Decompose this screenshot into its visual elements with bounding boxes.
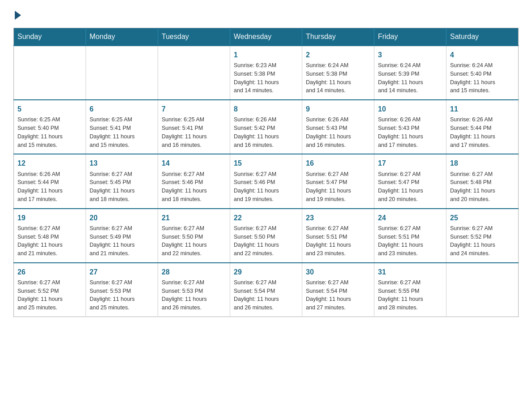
table-row: 29Sunrise: 6:27 AMSunset: 5:54 PMDayligh… bbox=[230, 263, 302, 317]
day-number: 30 bbox=[306, 267, 370, 277]
calendar-header-tuesday: Tuesday bbox=[158, 28, 230, 46]
day-number: 14 bbox=[162, 158, 226, 168]
table-row: 22Sunrise: 6:27 AMSunset: 5:50 PMDayligh… bbox=[230, 209, 302, 263]
day-number: 28 bbox=[162, 267, 226, 277]
table-row bbox=[446, 263, 519, 317]
table-row: 14Sunrise: 6:27 AMSunset: 5:46 PMDayligh… bbox=[158, 154, 230, 208]
table-row: 8Sunrise: 6:26 AMSunset: 5:42 PMDaylight… bbox=[230, 100, 302, 154]
day-number: 1 bbox=[234, 50, 298, 60]
table-row: 21Sunrise: 6:27 AMSunset: 5:50 PMDayligh… bbox=[158, 209, 230, 263]
table-row: 18Sunrise: 6:27 AMSunset: 5:48 PMDayligh… bbox=[446, 154, 519, 208]
table-row: 26Sunrise: 6:27 AMSunset: 5:52 PMDayligh… bbox=[14, 263, 86, 317]
day-info: Sunrise: 6:25 AMSunset: 5:41 PMDaylight:… bbox=[90, 116, 154, 149]
table-row: 1Sunrise: 6:23 AMSunset: 5:38 PMDaylight… bbox=[230, 46, 302, 100]
day-info: Sunrise: 6:27 AMSunset: 5:48 PMDaylight:… bbox=[450, 170, 515, 204]
day-info: Sunrise: 6:27 AMSunset: 5:55 PMDaylight:… bbox=[378, 278, 442, 312]
day-number: 7 bbox=[162, 104, 226, 114]
day-info: Sunrise: 6:27 AMSunset: 5:47 PMDaylight:… bbox=[378, 170, 442, 204]
calendar-header-friday: Friday bbox=[374, 28, 446, 46]
calendar-header-wednesday: Wednesday bbox=[230, 28, 302, 46]
calendar-header-thursday: Thursday bbox=[302, 28, 374, 46]
day-number: 26 bbox=[17, 267, 82, 277]
day-info: Sunrise: 6:27 AMSunset: 5:52 PMDaylight:… bbox=[450, 224, 515, 258]
day-info: Sunrise: 6:23 AMSunset: 5:38 PMDaylight:… bbox=[234, 61, 298, 95]
table-row: 17Sunrise: 6:27 AMSunset: 5:47 PMDayligh… bbox=[374, 154, 446, 208]
day-info: Sunrise: 6:26 AMSunset: 5:43 PMDaylight:… bbox=[306, 116, 370, 149]
day-info: Sunrise: 6:27 AMSunset: 5:51 PMDaylight:… bbox=[378, 224, 442, 258]
table-row: 16Sunrise: 6:27 AMSunset: 5:47 PMDayligh… bbox=[302, 154, 374, 208]
table-row: 30Sunrise: 6:27 AMSunset: 5:54 PMDayligh… bbox=[302, 263, 374, 317]
table-row: 23Sunrise: 6:27 AMSunset: 5:51 PMDayligh… bbox=[302, 209, 374, 263]
day-info: Sunrise: 6:27 AMSunset: 5:49 PMDaylight:… bbox=[90, 224, 154, 258]
day-number: 17 bbox=[378, 158, 442, 168]
table-row: 9Sunrise: 6:26 AMSunset: 5:43 PMDaylight… bbox=[302, 100, 374, 154]
table-row: 20Sunrise: 6:27 AMSunset: 5:49 PMDayligh… bbox=[86, 209, 158, 263]
table-row: 28Sunrise: 6:27 AMSunset: 5:53 PMDayligh… bbox=[158, 263, 230, 317]
table-row: 11Sunrise: 6:26 AMSunset: 5:44 PMDayligh… bbox=[446, 100, 519, 154]
table-row: 31Sunrise: 6:27 AMSunset: 5:55 PMDayligh… bbox=[374, 263, 446, 317]
day-info: Sunrise: 6:26 AMSunset: 5:43 PMDaylight:… bbox=[378, 116, 442, 149]
day-info: Sunrise: 6:27 AMSunset: 5:48 PMDaylight:… bbox=[17, 224, 82, 258]
day-number: 11 bbox=[450, 104, 515, 114]
table-row: 25Sunrise: 6:27 AMSunset: 5:52 PMDayligh… bbox=[446, 209, 519, 263]
day-number: 9 bbox=[306, 104, 370, 114]
calendar-week-row: 26Sunrise: 6:27 AMSunset: 5:52 PMDayligh… bbox=[14, 263, 519, 317]
day-info: Sunrise: 6:27 AMSunset: 5:47 PMDaylight:… bbox=[306, 170, 370, 204]
day-info: Sunrise: 6:25 AMSunset: 5:40 PMDaylight:… bbox=[17, 116, 82, 149]
day-info: Sunrise: 6:26 AMSunset: 5:44 PMDaylight:… bbox=[450, 116, 515, 149]
table-row: 19Sunrise: 6:27 AMSunset: 5:48 PMDayligh… bbox=[14, 209, 86, 263]
day-number: 8 bbox=[234, 104, 298, 114]
day-info: Sunrise: 6:27 AMSunset: 5:54 PMDaylight:… bbox=[306, 278, 370, 312]
day-info: Sunrise: 6:24 AMSunset: 5:38 PMDaylight:… bbox=[306, 61, 370, 95]
calendar-table: SundayMondayTuesdayWednesdayThursdayFrid… bbox=[13, 28, 519, 317]
day-number: 23 bbox=[306, 213, 370, 223]
table-row: 10Sunrise: 6:26 AMSunset: 5:43 PMDayligh… bbox=[374, 100, 446, 154]
table-row: 12Sunrise: 6:26 AMSunset: 5:44 PMDayligh… bbox=[14, 154, 86, 208]
day-number: 6 bbox=[90, 104, 154, 114]
day-info: Sunrise: 6:27 AMSunset: 5:53 PMDaylight:… bbox=[162, 278, 226, 312]
day-info: Sunrise: 6:27 AMSunset: 5:54 PMDaylight:… bbox=[234, 278, 298, 312]
calendar-header-saturday: Saturday bbox=[446, 28, 519, 46]
day-number: 15 bbox=[234, 158, 298, 168]
day-info: Sunrise: 6:27 AMSunset: 5:45 PMDaylight:… bbox=[90, 170, 154, 204]
day-number: 25 bbox=[450, 213, 515, 223]
day-number: 10 bbox=[378, 104, 442, 114]
day-info: Sunrise: 6:27 AMSunset: 5:53 PMDaylight:… bbox=[90, 278, 154, 312]
calendar-week-row: 1Sunrise: 6:23 AMSunset: 5:38 PMDaylight… bbox=[14, 46, 519, 100]
day-number: 2 bbox=[306, 50, 370, 60]
day-info: Sunrise: 6:25 AMSunset: 5:41 PMDaylight:… bbox=[162, 116, 226, 149]
day-number: 13 bbox=[90, 158, 154, 168]
table-row: 27Sunrise: 6:27 AMSunset: 5:53 PMDayligh… bbox=[86, 263, 158, 317]
table-row: 4Sunrise: 6:24 AMSunset: 5:40 PMDaylight… bbox=[446, 46, 519, 100]
day-info: Sunrise: 6:27 AMSunset: 5:52 PMDaylight:… bbox=[17, 278, 82, 312]
calendar-header-row: SundayMondayTuesdayWednesdayThursdayFrid… bbox=[14, 28, 519, 46]
table-row: 3Sunrise: 6:24 AMSunset: 5:39 PMDaylight… bbox=[374, 46, 446, 100]
day-number: 27 bbox=[90, 267, 154, 277]
logo bbox=[13, 9, 21, 20]
day-info: Sunrise: 6:27 AMSunset: 5:46 PMDaylight:… bbox=[162, 170, 226, 204]
day-info: Sunrise: 6:24 AMSunset: 5:40 PMDaylight:… bbox=[450, 61, 515, 95]
day-number: 12 bbox=[17, 158, 82, 168]
table-row: 13Sunrise: 6:27 AMSunset: 5:45 PMDayligh… bbox=[86, 154, 158, 208]
table-row: 7Sunrise: 6:25 AMSunset: 5:41 PMDaylight… bbox=[158, 100, 230, 154]
table-row: 2Sunrise: 6:24 AMSunset: 5:38 PMDaylight… bbox=[302, 46, 374, 100]
logo-arrow-icon bbox=[15, 11, 21, 20]
day-info: Sunrise: 6:27 AMSunset: 5:50 PMDaylight:… bbox=[234, 224, 298, 258]
calendar-header-sunday: Sunday bbox=[14, 28, 86, 46]
day-number: 24 bbox=[378, 213, 442, 223]
table-row: 5Sunrise: 6:25 AMSunset: 5:40 PMDaylight… bbox=[14, 100, 86, 154]
table-row bbox=[158, 46, 230, 100]
day-number: 31 bbox=[378, 267, 442, 277]
day-info: Sunrise: 6:27 AMSunset: 5:51 PMDaylight:… bbox=[306, 224, 370, 258]
day-number: 21 bbox=[162, 213, 226, 223]
table-row bbox=[14, 46, 86, 100]
table-row: 6Sunrise: 6:25 AMSunset: 5:41 PMDaylight… bbox=[86, 100, 158, 154]
table-row: 15Sunrise: 6:27 AMSunset: 5:46 PMDayligh… bbox=[230, 154, 302, 208]
day-number: 22 bbox=[234, 213, 298, 223]
day-info: Sunrise: 6:27 AMSunset: 5:50 PMDaylight:… bbox=[162, 224, 226, 258]
page-header bbox=[13, 9, 519, 20]
day-number: 29 bbox=[234, 267, 298, 277]
day-number: 19 bbox=[17, 213, 82, 223]
day-number: 20 bbox=[90, 213, 154, 223]
table-row: 24Sunrise: 6:27 AMSunset: 5:51 PMDayligh… bbox=[374, 209, 446, 263]
